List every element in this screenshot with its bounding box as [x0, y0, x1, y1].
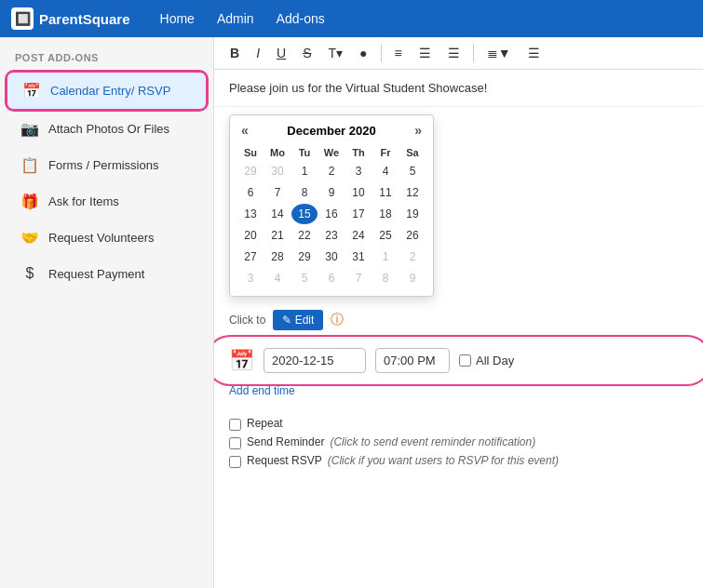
more-button[interactable]: ☰ — [521, 43, 547, 63]
cal-day[interactable]: 26 — [399, 225, 426, 246]
cal-day[interactable]: 4 — [264, 268, 291, 288]
bold-button[interactable]: B — [223, 43, 246, 63]
cal-day[interactable]: 24 — [345, 225, 372, 246]
cal-day[interactable]: 22 — [291, 225, 318, 246]
cal-day[interactable]: 29 — [237, 161, 264, 181]
cal-day[interactable]: 4 — [372, 161, 399, 181]
dow-fr: Fr — [372, 145, 399, 160]
cal-day[interactable]: 30 — [318, 247, 345, 267]
calendar-popup: « December 2020 » Su Mo Tu We Th Fr Sa 2… — [229, 114, 434, 297]
strikethrough-button[interactable]: S — [296, 43, 318, 63]
cal-day[interactable]: 18 — [372, 204, 399, 224]
cal-day[interactable]: 7 — [264, 182, 291, 203]
cal-day[interactable]: 1 — [291, 161, 318, 181]
cal-day-today[interactable]: 15 — [291, 204, 318, 224]
cal-next-button[interactable]: » — [411, 123, 426, 138]
top-nav: 🔲 ParentSquare Home Admin Add-ons — [0, 0, 703, 37]
cal-day[interactable]: 1 — [372, 247, 399, 267]
date-input[interactable] — [264, 348, 366, 373]
cal-day[interactable]: 10 — [345, 182, 372, 203]
time-input[interactable] — [375, 348, 450, 373]
cal-day[interactable]: 2 — [318, 161, 345, 181]
cal-day[interactable]: 5 — [399, 161, 426, 181]
edit-button[interactable]: ✎ Edit — [273, 310, 323, 330]
sidebar-section-label: POST ADD-ONS — [0, 52, 213, 71]
reminder-checkbox[interactable] — [229, 437, 241, 449]
allday-label[interactable]: All Day — [459, 354, 514, 368]
cal-day[interactable]: 11 — [372, 182, 399, 203]
nav-home[interactable]: Home — [149, 0, 206, 37]
cal-day[interactable]: 27 — [237, 247, 264, 267]
dow-su: Su — [237, 145, 264, 160]
cal-day[interactable]: 9 — [399, 268, 426, 288]
cal-day[interactable]: 9 — [318, 182, 345, 203]
cal-day[interactable]: 29 — [291, 247, 318, 267]
list-button[interactable]: ≣▼ — [480, 43, 518, 63]
cal-day[interactable]: 30 — [264, 161, 291, 181]
align-button[interactable]: ≡ — [388, 43, 409, 63]
cal-day[interactable]: 5 — [291, 268, 318, 288]
sidebar-item-items[interactable]: 🎁 Ask for Items — [6, 183, 208, 220]
rsvp-note: (Click if you want users to RSVP for thi… — [328, 454, 559, 467]
cal-day[interactable]: 6 — [318, 268, 345, 288]
checkbox-rsvp-row: Request RSVP (Click if you want users to… — [229, 454, 688, 468]
cal-day[interactable]: 13 — [237, 204, 264, 224]
text-style-button[interactable]: T▾ — [321, 43, 349, 63]
sidebar: POST ADD-ONS 📅 Calendar Entry/ RSVP 📷 At… — [0, 37, 214, 588]
sidebar-item-payment-label: Request Payment — [48, 267, 144, 281]
calendar-container: « December 2020 » Su Mo Tu We Th Fr Sa 2… — [229, 114, 688, 297]
sidebar-item-photos-label: Attach Photos Or Files — [48, 122, 169, 136]
sidebar-item-forms[interactable]: 📋 Forms / Permissions — [6, 147, 208, 183]
add-end-time-link[interactable]: Add end time — [214, 384, 703, 405]
cal-day[interactable]: 3 — [237, 268, 264, 288]
cal-day[interactable]: 25 — [372, 225, 399, 246]
reminder-label: Send Reminder — [247, 435, 324, 448]
calendar-icon-button[interactable]: 📅 — [229, 349, 254, 373]
cal-day[interactable]: 21 — [264, 225, 291, 246]
allday-text: All Day — [476, 354, 514, 368]
cal-day[interactable]: 17 — [345, 204, 372, 224]
cal-day[interactable]: 31 — [345, 247, 372, 267]
calendar-icon: 📅 — [22, 82, 41, 100]
sidebar-item-forms-label: Forms / Permissions — [48, 158, 158, 172]
dow-mo: Mo — [264, 145, 291, 160]
align-left-button[interactable]: ☰ — [412, 43, 438, 63]
toolbar-separator-1 — [381, 44, 382, 62]
cal-prev-button[interactable]: « — [237, 123, 252, 138]
cal-day[interactable]: 12 — [399, 182, 426, 203]
nav-admin[interactable]: Admin — [206, 0, 265, 37]
rsvp-checkbox[interactable] — [229, 456, 241, 468]
info-icon: ⓘ — [331, 312, 344, 328]
cal-day[interactable]: 14 — [264, 204, 291, 224]
cal-day[interactable]: 23 — [318, 225, 345, 246]
cal-day[interactable]: 2 — [399, 247, 426, 267]
cal-day[interactable]: 3 — [345, 161, 372, 181]
nav-addons[interactable]: Add-ons — [265, 0, 336, 37]
align-right-button[interactable]: ☰ — [441, 43, 466, 63]
italic-button[interactable]: I — [250, 43, 266, 63]
allday-checkbox[interactable] — [459, 354, 471, 367]
cal-day[interactable]: 16 — [318, 204, 345, 224]
cal-day[interactable]: 28 — [264, 247, 291, 267]
rsvp-label: Request RSVP — [247, 454, 322, 467]
underline-button[interactable]: U — [270, 43, 292, 63]
cal-day[interactable]: 8 — [372, 268, 399, 288]
cal-day[interactable]: 7 — [345, 268, 372, 288]
cal-day[interactable]: 6 — [237, 182, 264, 203]
sidebar-item-photos[interactable]: 📷 Attach Photos Or Files — [6, 111, 208, 147]
logo-icon: 🔲 — [11, 7, 34, 30]
sidebar-item-volunteers[interactable]: 🤝 Request Volunteers — [6, 220, 208, 256]
cal-day[interactable]: 8 — [291, 182, 318, 203]
editor-text: Please join us for the Virtual Student S… — [229, 81, 688, 95]
repeat-checkbox[interactable] — [229, 419, 241, 431]
cal-day[interactable]: 20 — [237, 225, 264, 246]
cal-day[interactable]: 19 — [399, 204, 426, 224]
checkbox-reminder-row: Send Reminder (Click to send event remin… — [229, 435, 688, 449]
sidebar-item-items-label: Ask for Items — [48, 194, 119, 208]
sidebar-item-payment[interactable]: $ Request Payment — [6, 256, 208, 291]
color-button[interactable]: ● — [353, 43, 373, 63]
sidebar-item-volunteers-label: Request Volunteers — [48, 231, 154, 245]
click-to-bar: Click to ✎ Edit ⓘ — [214, 304, 703, 336]
sidebar-item-calendar[interactable]: 📅 Calendar Entry/ RSVP — [6, 71, 208, 111]
gift-icon: 🎁 — [20, 193, 39, 210]
